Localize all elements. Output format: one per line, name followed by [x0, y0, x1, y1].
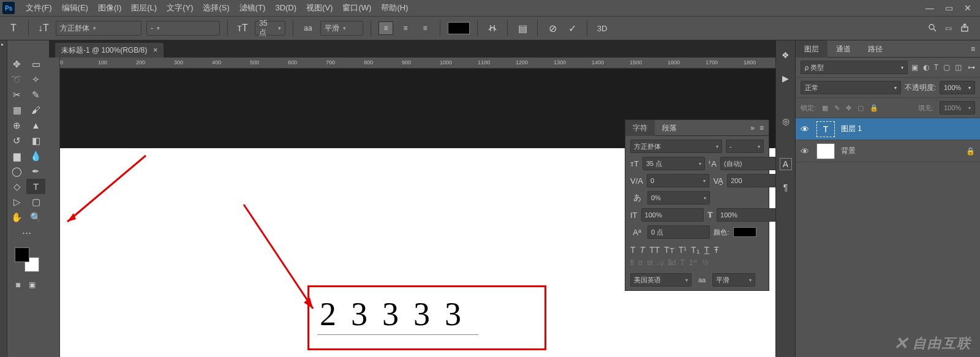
lock-icon[interactable]: 🔒 — [966, 147, 975, 156]
direct-select-tool[interactable]: ▷ — [7, 194, 26, 209]
menu-file[interactable]: 文件(F) — [21, 0, 57, 16]
filter-toggle[interactable]: ⊶ — [968, 63, 975, 72]
lock-artboard-icon[interactable]: ▢ — [858, 104, 864, 112]
lock-all-icon[interactable]: 🔒 — [870, 104, 878, 112]
stamp-tool[interactable]: ▲ — [26, 118, 45, 133]
faux-italic[interactable]: T — [640, 245, 646, 255]
tab-paragraph[interactable]: 段落 — [655, 120, 684, 136]
zoom-tool[interactable]: 🔍 — [26, 209, 45, 225]
marquee-tool[interactable]: ▭ — [26, 56, 45, 72]
menu-window[interactable]: 窗口(W) — [337, 0, 376, 16]
strikethrough[interactable]: Ŧ — [714, 245, 719, 255]
history-brush-tool[interactable]: ↺ — [7, 133, 26, 148]
antialias-select[interactable]: 平滑 ▾ — [320, 21, 363, 36]
actions-panel-icon[interactable]: ▶ — [780, 72, 792, 85]
filter-pixel-icon[interactable]: ▣ — [911, 63, 918, 72]
filter-type-icon[interactable]: T — [934, 63, 938, 72]
history-panel-icon[interactable]: ❖ — [780, 49, 792, 61]
cp-language[interactable]: 美国英语▾ — [630, 273, 692, 287]
crop-tool[interactable]: ✂ — [7, 87, 26, 102]
lock-paint-icon[interactable]: ✎ — [834, 104, 840, 112]
eraser-tool[interactable]: ◧ — [26, 133, 45, 148]
menu-filter[interactable]: 滤镜(T) — [235, 0, 271, 16]
layer-row[interactable]: 👁 背景 🔒 — [796, 140, 980, 162]
share-icon[interactable] — [960, 23, 969, 34]
ot-titling[interactable]: a̅d — [668, 258, 676, 267]
blur-tool[interactable]: 💧 — [26, 148, 45, 163]
cp-font-style[interactable]: -▾ — [726, 140, 764, 153]
tab-channels[interactable]: 通道 — [827, 40, 859, 58]
search-icon[interactable] — [928, 23, 937, 34]
path-tool[interactable]: ◇ — [7, 179, 26, 194]
menu-select[interactable]: 选择(S) — [198, 0, 234, 16]
panel-menu-icon[interactable]: ≡ — [760, 124, 764, 132]
small-caps[interactable]: Tᴛ — [664, 245, 674, 255]
tab-layers[interactable]: 图层 — [796, 40, 827, 58]
brush-tool[interactable]: 🖌 — [26, 102, 45, 118]
fill-input[interactable]: 100%▾ — [940, 101, 975, 115]
all-caps[interactable]: TT — [649, 245, 660, 255]
close-tab-icon[interactable]: × — [153, 46, 157, 54]
tool-preset-text-icon[interactable]: T — [6, 21, 21, 36]
menu-layer[interactable]: 图层(L) — [126, 0, 162, 16]
menu-help[interactable]: 帮助(H) — [376, 0, 413, 16]
move-tool[interactable]: ✥ — [7, 56, 26, 72]
layer-row[interactable]: 👁 T 图层 1 — [796, 118, 980, 140]
cp-baseline[interactable]: 0 点 — [647, 225, 710, 239]
text-orientation-icon[interactable]: ↓T — [36, 21, 51, 36]
magic-wand-tool[interactable]: ✧ — [26, 72, 45, 87]
lasso-tool[interactable]: ➰ — [7, 72, 26, 87]
fg-color-swatch[interactable] — [15, 247, 29, 262]
window-minimize-icon[interactable]: — — [925, 3, 934, 13]
tab-paths[interactable]: 路径 — [859, 40, 891, 58]
panel-menu-icon[interactable]: ≡ — [966, 45, 980, 53]
ot-fraction[interactable]: ½ — [702, 258, 708, 267]
pen-tool[interactable]: ✒ — [26, 163, 45, 179]
gradient-tool[interactable]: ▆ — [7, 148, 26, 163]
quick-mask-icon[interactable]: ◙ — [16, 280, 20, 289]
cp-hscale[interactable]: 100% — [717, 208, 779, 222]
window-close-icon[interactable]: ✕ — [964, 3, 971, 13]
lock-position-icon[interactable]: ✥ — [846, 104, 851, 112]
workspace-icon[interactable]: ▭ — [945, 24, 952, 32]
ot-swash[interactable]: 𝒜 — [657, 258, 663, 267]
cp-font-size[interactable]: 35 点▾ — [643, 157, 705, 170]
paragraph-panel-shortcut-icon[interactable]: ¶ — [780, 181, 792, 194]
menu-view[interactable]: 视图(V) — [301, 0, 337, 16]
frame-tool[interactable]: ▦ — [7, 102, 26, 118]
edit-toolbar[interactable]: ⋯ — [7, 225, 45, 240]
window-maximize-icon[interactable]: ▭ — [945, 3, 953, 13]
align-right-button[interactable]: ≡ — [418, 21, 432, 35]
commit-icon[interactable]: ✓ — [565, 21, 579, 36]
filter-smart-icon[interactable]: ◫ — [955, 63, 962, 72]
superscript[interactable]: T¹ — [679, 245, 687, 255]
ot-fi[interactable]: fi — [630, 258, 634, 267]
shape-tool[interactable]: ▢ — [26, 194, 45, 209]
cp-tsume[interactable]: 0%▾ — [647, 191, 710, 205]
ot-ordinal[interactable]: T — [680, 258, 684, 267]
character-panel-shortcut-icon[interactable]: A — [780, 158, 792, 170]
screen-mode-icon[interactable]: ▣ — [29, 280, 36, 289]
menu-image[interactable]: 图像(I) — [93, 0, 126, 16]
tab-character[interactable]: 字符 — [625, 120, 655, 136]
filter-adjust-icon[interactable]: ◐ — [923, 63, 929, 72]
cp-kerning[interactable]: 0▾ — [647, 174, 709, 187]
visibility-eye-icon[interactable]: 👁 — [801, 124, 810, 134]
menu-3d[interactable]: 3D(D) — [270, 0, 301, 16]
cp-antialias[interactable]: 平滑▾ — [712, 273, 755, 287]
font-size-select[interactable]: 35 点 ▾ — [255, 21, 285, 36]
healing-brush-tool[interactable]: ⊕ — [7, 118, 26, 133]
visibility-eye-icon[interactable]: 👁 — [801, 146, 810, 156]
blend-mode-select[interactable]: 正常▾ — [801, 81, 901, 94]
document-tab[interactable]: 未标题-1 @ 100%(RGB/8) × — [55, 43, 164, 58]
subscript[interactable]: T₁ — [691, 245, 700, 255]
layer-name[interactable]: 背景 — [841, 146, 856, 156]
underline[interactable]: T — [704, 245, 710, 255]
cp-leading[interactable]: (自动)▾ — [720, 157, 783, 170]
3d-button[interactable]: 3D — [595, 21, 609, 36]
align-left-button[interactable]: ≡ — [379, 21, 393, 35]
lock-transparency-icon[interactable]: ▩ — [822, 104, 828, 112]
cp-font-family[interactable]: 方正舒体▾ — [630, 140, 722, 153]
warp-text-icon[interactable] — [485, 21, 500, 36]
menu-edit[interactable]: 编辑(E) — [57, 0, 93, 16]
